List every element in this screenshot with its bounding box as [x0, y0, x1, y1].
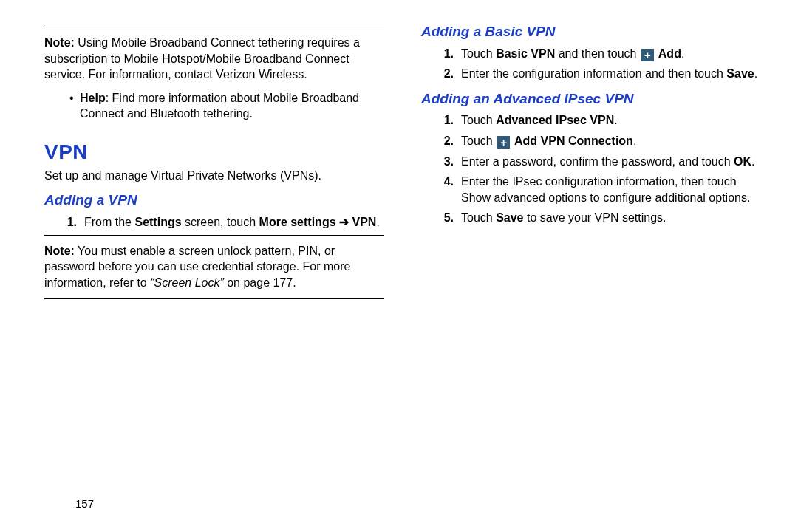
t: From the: [84, 216, 134, 228]
step-number: 2.: [436, 133, 461, 149]
t: .: [376, 216, 379, 228]
t: Add VPN Connection: [511, 134, 633, 147]
step-1: 1. From the Settings screen, touch More …: [59, 214, 384, 231]
t: Save: [496, 211, 523, 224]
adv-step-2: 2. Touch + Add VPN Connection.: [436, 133, 761, 149]
note-label: Note:: [44, 245, 75, 257]
t: “Screen Lock”: [150, 276, 224, 289]
step-number: 2.: [436, 66, 461, 82]
t: Enter a password, confirm the password, …: [461, 155, 734, 168]
step-number: 1.: [436, 112, 461, 129]
note-credential: Note: You must enable a screen unlock pa…: [44, 240, 384, 294]
t: screen, touch: [182, 216, 259, 228]
page-number: 157: [75, 497, 94, 511]
basic-step-1: 1. Touch Basic VPN and then touch + Add.: [436, 46, 761, 62]
t: .: [751, 155, 754, 168]
step-text: Enter a password, confirm the password, …: [461, 154, 761, 170]
note-body: Using Mobile Broadband Connect tethering…: [44, 36, 360, 81]
t: Touch: [461, 47, 496, 60]
t: Enter the configuration information and …: [461, 67, 726, 80]
step-number: 3.: [436, 154, 461, 170]
t: Advanced IPsec VPN: [496, 114, 614, 126]
step-text: Enter the configuration information and …: [461, 66, 761, 82]
heading-adding-vpn: Adding a VPN: [44, 191, 384, 210]
t: Add: [655, 47, 681, 60]
heading-vpn: VPN: [44, 138, 384, 166]
step-text: Touch Basic VPN and then touch + Add.: [461, 46, 761, 62]
left-column: Note: Using Mobile Broadband Connect tet…: [44, 22, 384, 303]
t: Touch: [461, 134, 496, 147]
t: More settings: [259, 216, 339, 228]
step-number: 4.: [436, 174, 461, 205]
step-text: Touch Save to save your VPN settings.: [461, 210, 761, 226]
basic-step-2: 2. Enter the configuration information a…: [436, 66, 761, 82]
t: on page 177.: [224, 276, 296, 289]
t: Settings: [134, 216, 181, 228]
t: .: [681, 47, 684, 60]
help-bullet: • Help: Find more information about Mobi…: [69, 90, 384, 122]
t: Touch: [461, 114, 496, 126]
help-body: : Find more information about Mobile Bro…: [80, 92, 359, 120]
page: Note: Using Mobile Broadband Connect tet…: [0, 0, 798, 318]
help-text: Help: Find more information about Mobile…: [80, 90, 384, 122]
adv-step-1: 1. Touch Advanced IPsec VPN.: [436, 112, 761, 129]
t: Save: [726, 67, 754, 80]
adv-step-5: 5. Touch Save to save your VPN settings.: [436, 210, 761, 226]
plus-icon: +: [497, 136, 510, 149]
note-tethering: Note: Using Mobile Broadband Connect tet…: [44, 32, 384, 125]
adv-step-3: 3. Enter a password, confirm the passwor…: [436, 154, 761, 170]
t: .: [614, 114, 617, 126]
right-column: Adding a Basic VPN 1. Touch Basic VPN an…: [421, 22, 761, 303]
vpn-intro: Set up and manage Virtual Private Networ…: [44, 168, 384, 184]
bullet-icon: •: [69, 90, 80, 122]
t: to save your VPN settings.: [524, 211, 666, 224]
t: VPN: [352, 216, 376, 228]
step-text: From the Settings screen, touch More set…: [84, 214, 384, 231]
heading-advanced-vpn: Adding an Advanced IPsec VPN: [421, 89, 761, 109]
t: Basic VPN: [496, 47, 555, 60]
adv-step-4: 4. Enter the IPsec configuration informa…: [436, 174, 761, 205]
step-text: Touch Advanced IPsec VPN.: [461, 112, 761, 129]
divider: [44, 235, 384, 236]
t: .: [633, 134, 636, 147]
plus-icon: +: [641, 49, 654, 61]
divider: [44, 27, 384, 27]
note-body: You must enable a screen unlock pattern,…: [44, 245, 350, 289]
help-label: Help: [80, 92, 106, 104]
t: .: [754, 67, 757, 80]
t: Touch: [461, 211, 496, 224]
divider: [44, 298, 384, 299]
t: OK: [734, 155, 751, 168]
note-label: Note:: [44, 36, 75, 49]
t: and then touch: [555, 47, 640, 60]
step-number: 1.: [436, 46, 461, 62]
step-number: 1.: [59, 214, 84, 231]
heading-basic-vpn: Adding a Basic VPN: [421, 22, 761, 41]
step-text: Touch + Add VPN Connection.: [461, 133, 761, 149]
step-text: Enter the IPsec configuration informatio…: [461, 174, 761, 205]
step-number: 5.: [436, 210, 461, 226]
arrow-icon: ➔: [339, 216, 349, 228]
